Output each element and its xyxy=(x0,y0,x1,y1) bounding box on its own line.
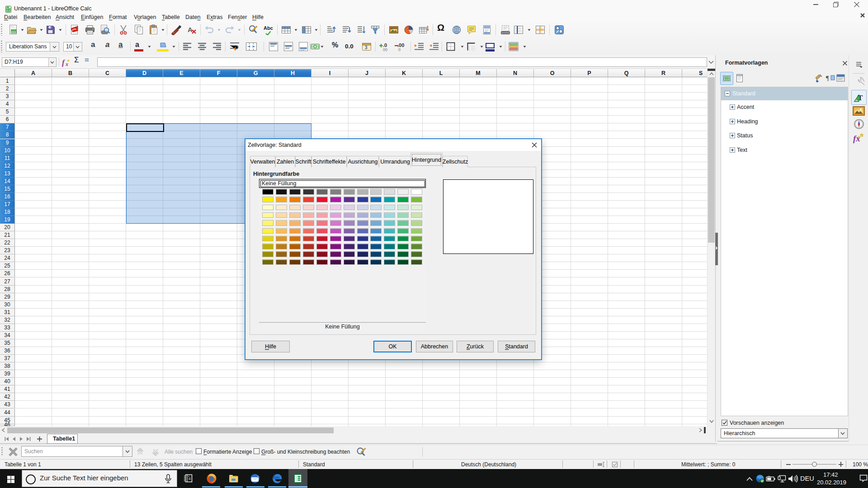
svg-text:Abc: Abc xyxy=(264,25,273,31)
svg-text:00: 00 xyxy=(383,47,387,52)
svg-text:¶: ¶ xyxy=(826,75,829,82)
svg-text:3: 3 xyxy=(365,45,368,50)
svg-text:x: x xyxy=(65,61,68,67)
svg-text:fx: fx xyxy=(853,134,860,143)
svg-text:0: 0 xyxy=(398,47,401,52)
svg-text:f: f xyxy=(62,58,66,67)
svg-text:T: T xyxy=(858,94,863,102)
svg-text:A: A xyxy=(188,26,193,33)
